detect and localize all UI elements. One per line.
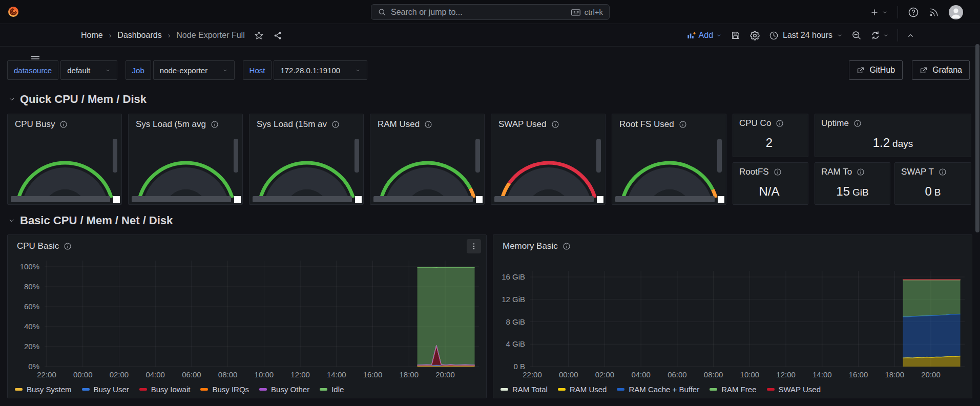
scrollbar-vertical[interactable] (234, 139, 238, 173)
legend-item[interactable]: Busy IRQs (200, 385, 249, 394)
page-scrollbar[interactable] (975, 44, 979, 232)
top-nav: Search or jump to... ctrl+k (0, 0, 980, 24)
zoom-out-icon (851, 30, 862, 40)
panel-title[interactable]: RAM To (821, 167, 865, 177)
info-icon[interactable] (424, 120, 432, 129)
svg-text:18:00: 18:00 (399, 370, 419, 379)
zoom-out-button[interactable] (851, 30, 862, 40)
scrollbar-vertical[interactable] (475, 139, 480, 173)
legend-item[interactable]: Busy User (82, 385, 129, 394)
panel-title[interactable]: CPU Busy (15, 119, 68, 130)
grafana-logo[interactable] (7, 6, 19, 18)
chevron-down-icon (716, 32, 722, 38)
info-icon[interactable] (776, 119, 784, 127)
favorite-button[interactable] (254, 31, 264, 40)
user-avatar[interactable] (949, 5, 963, 19)
scrollbar-vertical[interactable] (717, 139, 722, 173)
svg-text:8 GiB: 8 GiB (506, 317, 525, 326)
scrollbar-vertical[interactable] (355, 139, 359, 173)
chevron-down-icon (882, 9, 888, 15)
save-dashboard-button[interactable] (731, 30, 741, 40)
legend-item[interactable]: SWAP Used (767, 385, 821, 394)
scrollbar-horizontal[interactable] (615, 196, 715, 202)
legend-item[interactable]: RAM Used (558, 385, 607, 394)
time-range-picker[interactable]: Last 24 hours (769, 31, 843, 40)
info-icon[interactable] (853, 119, 862, 127)
grafana-logo-icon (7, 6, 19, 18)
scrollbar-vertical[interactable] (113, 139, 117, 173)
panel-title[interactable]: Uptime (821, 118, 862, 129)
svg-text:20%: 20% (24, 342, 39, 351)
info-icon[interactable] (64, 242, 72, 250)
breadcrumb-dashboards[interactable]: Dashboards (117, 31, 161, 40)
section-basic-cpu-mem-net-disk[interactable]: Basic CPU / Mem / Net / Disk (8, 214, 173, 227)
scrollbar-vertical[interactable] (596, 139, 601, 173)
legend-item[interactable]: RAM Total (501, 385, 548, 394)
scrollbar-horizontal[interactable] (11, 196, 110, 202)
info-icon[interactable] (774, 168, 782, 176)
new-button[interactable] (869, 7, 888, 17)
datasource-select[interactable]: default (60, 60, 117, 80)
section-quick-cpu-mem-disk[interactable]: Quick CPU / Mem / Disk (8, 93, 147, 106)
panel-uptime: Uptime 1.2days (815, 114, 971, 157)
dashboard-settings-button[interactable] (749, 30, 760, 41)
scroll-corner (355, 196, 362, 203)
scrollbar-horizontal[interactable] (132, 196, 231, 202)
info-icon[interactable] (211, 120, 219, 129)
info-icon[interactable] (857, 168, 865, 176)
collapse-toolbar-button[interactable] (907, 32, 914, 39)
panel-cpu-cores: CPU Co 2 (733, 114, 808, 157)
info-icon[interactable] (679, 120, 687, 129)
gear-icon (749, 30, 760, 41)
info-icon[interactable] (562, 242, 571, 250)
legend-label: Busy IRQs (212, 385, 249, 394)
help-button[interactable] (908, 7, 919, 18)
grafana-link-button[interactable]: Grafana (912, 60, 970, 80)
stat-value: 2 (733, 136, 808, 150)
legend-item[interactable]: Busy Iowait (139, 385, 191, 394)
github-link-button[interactable]: GitHub (849, 60, 903, 80)
legend-item[interactable]: Busy Other (259, 385, 309, 394)
panel-sys-load-15m: Sys Load (15m av (249, 114, 364, 205)
search-input[interactable]: Search or jump to... ctrl+k (371, 4, 610, 20)
scroll-corner (718, 196, 724, 203)
legend-label: Idle (331, 385, 344, 394)
legend-item[interactable]: Busy System (15, 385, 72, 394)
refresh-button[interactable] (870, 30, 889, 40)
info-icon[interactable] (59, 120, 68, 129)
chevron-down-icon (8, 217, 15, 224)
job-select[interactable]: node-exporter (153, 60, 235, 80)
scrollbar-horizontal[interactable] (373, 196, 473, 202)
legend-item[interactable]: RAM Free (710, 385, 756, 394)
svg-text:00:00: 00:00 (559, 370, 578, 379)
section-title: Quick CPU / Mem / Disk (20, 93, 147, 106)
panel-title[interactable]: CPU Basic (17, 241, 72, 251)
svg-text:20:00: 20:00 (921, 370, 941, 379)
panel-title[interactable]: CPU Co (739, 118, 784, 129)
legend-item[interactable]: RAM Cache + Buffer (617, 385, 699, 394)
panel-title[interactable]: Sys Load (5m avg (136, 119, 219, 130)
scroll-corner (476, 196, 483, 203)
panel-title[interactable]: Root FS Used (619, 119, 687, 130)
legend-item[interactable]: Idle (320, 385, 344, 394)
legend-swatch (139, 388, 147, 391)
share-button[interactable] (273, 31, 283, 40)
chevron-down-icon (837, 32, 843, 38)
host-select[interactable]: 172.28.0.1:19100 (274, 60, 367, 80)
panel-title[interactable]: RAM Used (378, 119, 432, 130)
add-panel-button[interactable]: Add (686, 31, 722, 40)
panel-title[interactable]: Sys Load (15m av (257, 119, 340, 130)
info-icon[interactable] (939, 168, 947, 176)
legend-swatch (617, 388, 624, 391)
info-icon[interactable] (331, 120, 340, 129)
news-button[interactable] (929, 7, 939, 17)
panel-title[interactable]: Memory Basic (503, 241, 571, 251)
panel-title[interactable]: SWAP Used (498, 119, 559, 130)
info-icon[interactable] (551, 120, 559, 129)
panel-title[interactable]: RootFS (739, 167, 782, 177)
panel-title[interactable]: SWAP T (901, 167, 947, 177)
breadcrumb-home[interactable]: Home (81, 31, 103, 40)
grafana-dashboard: Search or jump to... ctrl+k (0, 0, 980, 406)
scrollbar-horizontal[interactable] (494, 196, 594, 202)
scrollbar-horizontal[interactable] (253, 196, 352, 202)
